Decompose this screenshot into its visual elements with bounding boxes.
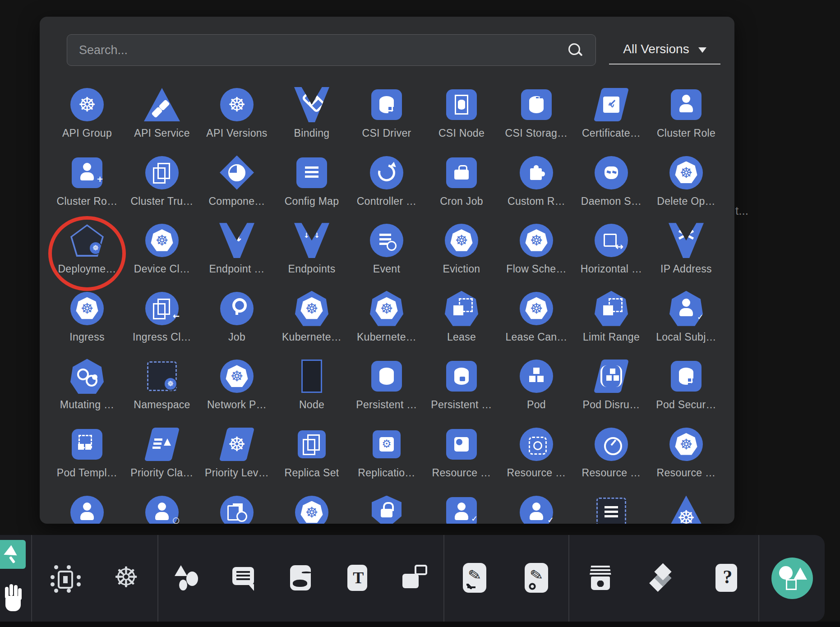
library-item[interactable]: Deployme… [50,222,125,290]
library-item[interactable]: Kubernete… [274,290,349,359]
library-item[interactable]: Cluster Tru… [125,155,199,223]
search-input[interactable] [67,43,568,57]
library-item[interactable]: Lease Can… [499,290,574,359]
library-item-label: API Versions [206,127,267,139]
library-item[interactable] [50,494,125,524]
library-item[interactable]: CSI Node [424,87,499,155]
help-button[interactable] [711,562,743,594]
library-item[interactable]: +Cluster Ro… [50,155,125,223]
cyl-icon [371,361,402,392]
library-item[interactable]: Pod Templ… [50,426,125,494]
circuit-tool[interactable] [48,562,79,594]
library-item[interactable]: Controller … [349,155,424,223]
library-item[interactable]: ○ [125,494,199,524]
library-item[interactable]: ✓ [424,494,499,524]
spin-dash-icon [520,428,553,461]
canvas[interactable]: t... All Versions API GroupAPI ServiceAP… [0,0,840,627]
library-item[interactable]: Resource … [649,426,724,494]
library-item[interactable]: ✓ [499,494,574,524]
library-item[interactable]: CSI Driver [349,87,424,155]
library-item[interactable]: Pod Secur… [649,358,724,426]
library-item[interactable]: Limit Range [574,290,649,359]
note-tool[interactable] [228,562,260,594]
library-item[interactable]: Cluster Role [649,87,724,155]
frame-tool[interactable] [399,562,431,594]
library-item[interactable]: ←Ingress Cl… [125,290,199,359]
library-item[interactable]: Device Cl… [125,222,199,290]
library-item[interactable]: Delete Op… [649,155,724,223]
library-item[interactable]: Endpoints [274,222,349,290]
library-item[interactable] [649,494,724,524]
pen-scribble-tool[interactable] [522,562,553,594]
select-tool[interactable] [0,540,26,569]
library-item[interactable]: Flow Sche… [499,222,574,290]
version-filter-dropdown[interactable]: All Versions [609,35,720,65]
library-item[interactable]: Persistent … [349,358,424,426]
rect-arrow-icon [219,223,254,258]
library-item[interactable]: ✓Local Subj… [649,290,724,359]
library-item[interactable]: Node [274,358,349,426]
library-item[interactable]: Priority Cla… [125,426,199,494]
library-item-label: Replicatio… [358,467,415,479]
library-item[interactable]: Event [349,222,424,290]
library-item-label: Flow Sche… [506,263,566,275]
library-item[interactable]: API Service [125,87,199,155]
library-item[interactable]: Kubernete… [349,290,424,359]
shape-library-button[interactable] [771,558,813,599]
library-item[interactable]: Config Map [274,155,349,223]
library-item[interactable]: Mutating … [50,358,125,426]
library-item[interactable] [574,494,649,524]
library-item[interactable]: Horizontal … [574,222,649,290]
library-item[interactable]: Pod Disru… [574,358,649,426]
library-item[interactable]: Resource … [424,426,499,494]
library-item[interactable]: API Group [50,87,125,155]
library-item[interactable]: Replica Set [274,426,349,494]
library-item[interactable] [199,494,274,524]
library-item-label: Namespace [134,399,190,411]
layers-button[interactable] [648,562,679,594]
library-item[interactable] [274,494,349,524]
library-item[interactable] [349,494,424,524]
hand-tool-icon[interactable] [1,580,28,618]
library-item[interactable]: Priority Lev… [199,426,274,494]
library-item-label: Eviction [443,263,480,275]
text-tool[interactable] [342,562,374,594]
library-item[interactable]: Daemon S… [574,155,649,223]
library-item[interactable]: Network P… [199,358,274,426]
library-item[interactable]: Pod [499,358,574,426]
kubernetes-library-tool[interactable] [111,562,142,594]
library-item[interactable]: Certificate… [574,87,649,155]
library-item[interactable]: Compone… [199,155,274,223]
library-item[interactable]: Binding [274,87,349,155]
archive-button[interactable] [585,562,617,594]
pin-icon [220,292,254,325]
library-item[interactable]: Persistent … [424,358,499,426]
library-item[interactable]: Custom R… [499,155,574,223]
library-item[interactable]: Resource … [574,426,649,494]
bars-icon [596,498,626,524]
library-item[interactable]: Ingress [50,290,125,359]
shapes-tool[interactable] [171,562,203,594]
cyl-grid-icon [371,89,402,120]
person-icon: ✓ [669,291,703,326]
library-item[interactable]: Eviction [424,222,499,290]
person-icon: + [72,157,102,188]
library-item[interactable]: Resource … [499,426,574,494]
library-item[interactable]: IP Address [649,222,724,290]
person-icon [671,89,702,120]
library-item[interactable]: Replicatio… [349,426,424,494]
cyl-lock-icon [446,361,477,392]
pen-arrow-tool[interactable] [460,562,491,594]
library-item[interactable]: Namespace [125,358,199,426]
library-item[interactable]: Job [199,290,274,359]
library-item[interactable]: Lease [424,290,499,359]
library-item[interactable]: API Versions [199,87,274,155]
library-item[interactable]: CSI Storag… [499,87,574,155]
library-item-label: Pod Secur… [656,399,716,411]
library-item[interactable]: Cron Job [424,155,499,223]
sq-circ-icon [446,429,477,460]
image-tool[interactable] [285,562,317,594]
library-item-label: Persistent … [356,399,417,411]
wheel-inv-icon [445,224,478,257]
library-item[interactable]: Endpoint … [199,222,274,290]
